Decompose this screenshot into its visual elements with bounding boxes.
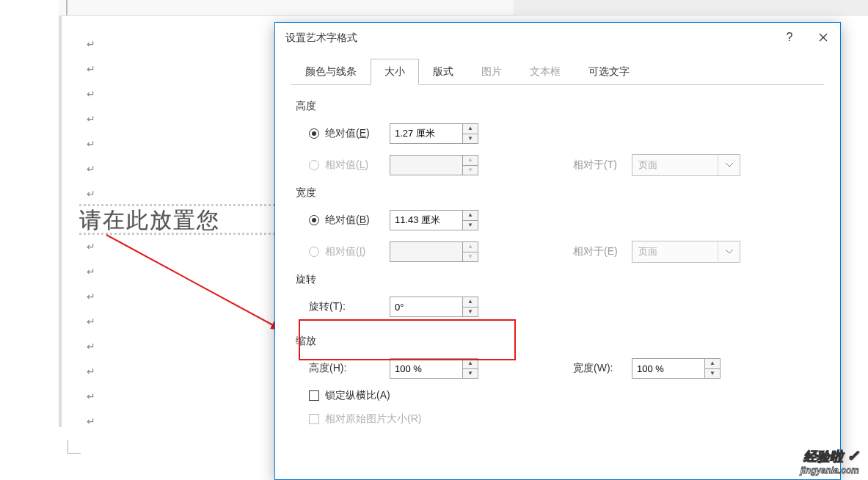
scale-width-spinner[interactable]: ▲ ▼ [632,358,727,379]
tab-alt-text[interactable]: 可选文字 [575,59,643,85]
radio-width-absolute[interactable]: 绝对值(B) [309,214,390,227]
dialog-title: 设置艺术字格式 [285,32,357,43]
width-absolute-input[interactable] [390,210,463,230]
spinner-down: ▼ [463,165,478,175]
tab-picture: 图片 [467,59,516,85]
radio-height-relative[interactable]: 相对值(L) [309,159,390,172]
spinner-up[interactable]: ▲ [463,297,478,307]
radio-width-absolute-label: 绝对值(B) [325,214,370,227]
width-relative-to-label: 相对于(E) [573,245,632,258]
help-icon: ? [787,23,793,52]
lock-aspect-label: 锁定纵横比(A) [325,389,390,402]
tab-layout[interactable]: 版式 [419,59,467,85]
spinner-up[interactable]: ▲ [463,124,478,134]
relative-original-label: 相对原始图片大小(R) [325,412,421,426]
height-relative-to-dropdown: 页面 [632,154,740,176]
section-rotation-title: 旋转 [296,273,820,286]
scale-height-label: 高度(H): [309,362,390,375]
rotation-spinner[interactable]: ▲ ▼ [390,297,485,317]
chevron-down-icon [718,241,740,262]
dialog-tabs: 颜色与线条 大小 版式 图片 文本框 可选文字 [291,58,840,85]
tab-size-content: 高度 绝对值(E) ▲ ▼ 相对值(L) ▲ [275,85,840,446]
scale-width-input[interactable] [632,358,705,379]
section-width-title: 宽度 [296,186,820,200]
rotation-input[interactable] [390,297,463,317]
spinner-down[interactable]: ▼ [463,307,478,317]
height-relative-spinner: ▲ ▼ [390,155,485,175]
tab-colors-lines[interactable]: 颜色与线条 [291,59,371,85]
selection-handle-top [79,204,279,206]
spinner-down[interactable]: ▼ [463,134,478,144]
tab-textbox: 文本框 [516,59,575,85]
spinner-up: ▲ [463,156,478,165]
width-absolute-spinner[interactable]: ▲ ▼ [390,210,485,230]
format-wordart-dialog: 设置艺术字格式 ? 颜色与线条 大小 版式 图片 文本框 可选文字 高度 绝对值… [274,22,841,480]
help-button[interactable]: ? [773,23,806,52]
dialog-titlebar[interactable]: 设置艺术字格式 ? [275,23,840,52]
spinner-up: ▲ [463,242,478,252]
wordart-text: 请在此放置您 [79,208,220,232]
width-relative-input [390,241,463,262]
width-relative-to-dropdown: 页面 [632,241,740,263]
height-relative-to-label: 相对于(T) [573,159,632,172]
section-height-title: 高度 [296,100,820,113]
spinner-up[interactable]: ▲ [705,359,720,368]
spinner-up[interactable]: ▲ [463,211,478,220]
height-absolute-input[interactable] [390,123,463,144]
height-relative-input [390,155,463,175]
horizontal-ruler [59,0,514,16]
selection-handle-bottom [79,233,279,235]
relative-original-checkbox: 相对原始图片大小(R) [309,412,421,426]
wordart-object[interactable]: 请在此放置您 [79,206,279,233]
close-icon [819,33,828,42]
lock-aspect-checkbox[interactable]: 锁定纵横比(A) [309,389,390,402]
radio-height-relative-label: 相对值(L) [325,159,368,172]
scale-height-spinner[interactable]: ▲ ▼ [390,358,485,379]
spinner-up[interactable]: ▲ [463,359,478,368]
spinner-down[interactable]: ▼ [463,368,478,379]
checkmark-icon: ✓ [847,448,859,464]
dropdown-value: 页面 [632,159,718,172]
scale-width-label: 宽度(W): [573,362,632,375]
tab-size[interactable]: 大小 [371,59,419,85]
section-scale-title: 缩放 [296,335,820,348]
spinner-down[interactable]: ▼ [705,368,720,379]
scale-height-input[interactable] [390,358,463,379]
spinner-down[interactable]: ▼ [463,220,478,230]
radio-width-relative[interactable]: 相对值(I) [309,245,390,258]
dropdown-value: 页面 [632,245,718,258]
close-button[interactable] [806,23,840,52]
radio-height-absolute[interactable]: 绝对值(E) [309,127,390,140]
spinner-down: ▼ [463,252,478,262]
radio-height-absolute-label: 绝对值(E) [325,127,370,140]
radio-width-relative-label: 相对值(I) [325,245,365,258]
chevron-down-icon [718,155,740,175]
rotation-label: 旋转(T): [309,300,390,313]
page-corner-mark [68,440,81,454]
height-absolute-spinner[interactable]: ▲ ▼ [390,123,485,144]
width-relative-spinner: ▲ ▼ [390,241,485,262]
page-edge [59,16,62,427]
app-chrome-strip [514,0,868,16]
